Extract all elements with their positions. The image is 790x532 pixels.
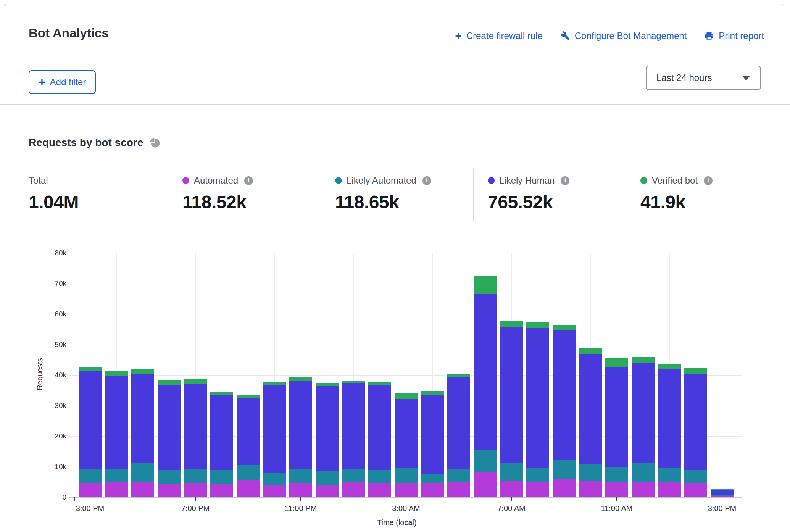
info-icon[interactable]: i — [704, 176, 713, 185]
bar-7-00-pm[interactable] — [184, 379, 207, 497]
stat-verified-bot-value: 41.9k — [640, 192, 778, 213]
bar-6-00-pm[interactable] — [158, 380, 181, 497]
bar-12-00-am[interactable] — [316, 383, 339, 497]
bar-segment-verified-bot — [684, 368, 707, 374]
bar-8-00-pm[interactable] — [210, 392, 233, 497]
header-divider — [0, 104, 790, 105]
bar-segment-likely-human — [500, 327, 523, 463]
bar-segment-verified-bot — [263, 382, 286, 385]
bar-segment-likely-automated — [526, 468, 549, 483]
bar-segment-likely-automated — [131, 463, 154, 482]
bar-10-00-pm[interactable] — [263, 382, 286, 497]
print-report-link[interactable]: Print report — [704, 31, 764, 41]
bar-5-00-pm[interactable] — [131, 369, 154, 497]
bar-segment-likely-human — [395, 399, 418, 468]
bar-segment-likely-human — [658, 369, 681, 468]
bar-segment-likely-automated — [605, 467, 628, 482]
create-firewall-rule-link[interactable]: + Create firewall rule — [455, 31, 543, 41]
bar-segment-likely-human — [368, 385, 391, 470]
bar-5-00-am[interactable] — [447, 374, 470, 497]
bar-segment-likely-human — [131, 374, 154, 463]
bar-segment-automated — [79, 483, 102, 497]
bar-6-00-am[interactable] — [474, 276, 497, 497]
bar-segment-likely-human — [210, 395, 233, 469]
stat-likely-human: Likely Human i 765.52k — [488, 175, 625, 213]
bar-4-00-pm[interactable] — [105, 371, 128, 497]
chevron-down-icon — [742, 76, 750, 81]
bar-segment-verified-bot — [447, 374, 470, 377]
bar-segment-likely-human — [263, 385, 286, 473]
stat-verified-bot-label: Verified bot — [652, 175, 698, 186]
stat-likely-automated: Likely Automated i 118.65k — [335, 175, 472, 213]
bar-2-00-pm[interactable] — [684, 368, 707, 497]
bar-segment-likely-human — [553, 330, 576, 460]
info-icon[interactable]: i — [561, 176, 569, 185]
bar-3-00-am[interactable] — [395, 393, 418, 497]
stat-divider — [321, 169, 321, 221]
bar-segment-automated — [526, 482, 549, 497]
stat-automated-value: 118.52k — [182, 192, 320, 213]
bar-segment-automated — [605, 482, 628, 497]
legend-dot-automated — [182, 177, 189, 184]
bar-segment-likely-automated — [395, 468, 418, 483]
info-icon[interactable]: i — [244, 176, 253, 185]
legend-dot-verified-bot — [640, 177, 647, 184]
bar-segment-likely-human — [632, 363, 655, 463]
info-icon[interactable]: i — [422, 176, 431, 185]
bar-segment-verified-bot — [184, 379, 207, 384]
bar-7-00-am[interactable] — [500, 321, 523, 497]
bar-segment-verified-bot — [368, 382, 391, 385]
stat-likely-human-value: 765.52k — [488, 192, 625, 213]
bar-3-00-pm[interactable] — [711, 489, 734, 497]
bar-segment-verified-bot — [553, 325, 576, 330]
bar-segment-automated — [447, 482, 470, 497]
bar-11-00-pm[interactable] — [289, 377, 312, 497]
plus-icon: + — [39, 77, 45, 87]
bar-segment-likely-human — [289, 381, 312, 469]
bar-segment-automated — [579, 481, 602, 497]
bar-segment-likely-human — [605, 367, 628, 467]
stat-divider — [626, 169, 626, 221]
stat-total-label: Total — [29, 175, 48, 186]
time-range-select[interactable]: Last 24 hours — [646, 66, 761, 90]
bar-3-00-pm[interactable] — [79, 367, 102, 497]
bar-segment-automated — [474, 472, 497, 497]
bar-segment-verified-bot — [658, 364, 681, 370]
bar-segment-likely-automated — [184, 469, 207, 483]
bar-segment-likely-human — [447, 377, 470, 468]
bar-segment-verified-bot — [131, 369, 154, 374]
header-actions: + Create firewall rule Configure Bot Man… — [455, 31, 764, 41]
configure-bot-management-link[interactable]: Configure Bot Management — [560, 31, 687, 41]
bar-9-00-am[interactable] — [553, 325, 576, 497]
bar-segment-likely-automated — [553, 460, 576, 479]
stat-likely-human-label: Likely Human — [499, 175, 555, 186]
bar-segment-likely-human — [342, 383, 365, 468]
bar-segment-verified-bot — [158, 380, 181, 385]
bar-segment-verified-bot — [605, 358, 628, 367]
bar-4-00-am[interactable] — [421, 391, 444, 497]
bar-8-00-am[interactable] — [526, 322, 549, 497]
bar-segment-likely-human — [474, 294, 497, 450]
bar-9-00-pm[interactable] — [237, 395, 260, 497]
bar-2-00-am[interactable] — [368, 382, 391, 497]
bar-segment-automated — [210, 484, 233, 497]
bar-1-00-pm[interactable] — [658, 364, 681, 497]
stat-divider — [169, 169, 169, 221]
bar-segment-automated — [368, 483, 391, 497]
bar-11-00-am[interactable] — [605, 358, 628, 497]
bar-segment-automated — [632, 482, 655, 497]
bar-segment-verified-bot — [579, 348, 602, 354]
add-filter-button[interactable]: + Add filter — [29, 70, 96, 94]
bar-segment-automated — [342, 482, 365, 497]
bar-segment-automated — [105, 482, 128, 497]
bar-segment-likely-human — [684, 374, 707, 470]
legend-dot-likely-automated — [335, 177, 342, 184]
bar-segment-likely-human — [105, 376, 128, 469]
print-report-label: Print report — [719, 31, 764, 41]
stat-automated: Automated i 118.52k — [182, 175, 320, 213]
bar-10-00-am[interactable] — [579, 348, 602, 497]
bar-segment-verified-bot — [421, 391, 444, 395]
bar-12-00-pm[interactable] — [632, 357, 655, 497]
bar-1-00-am[interactable] — [342, 381, 365, 497]
bar-segment-automated — [263, 485, 286, 497]
